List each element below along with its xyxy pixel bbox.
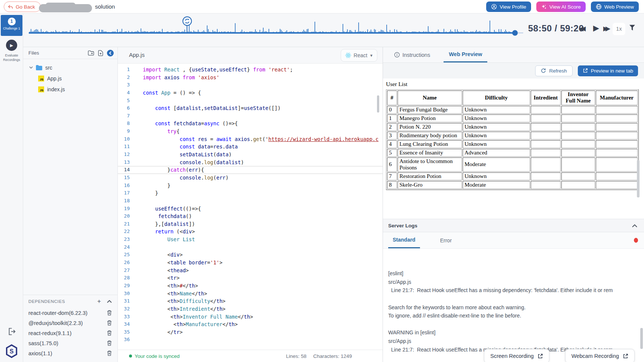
webcam-recording-button[interactable]: Webcam Recording <box>565 349 635 362</box>
code-line[interactable]: 35 </tr> <box>118 328 383 336</box>
line-number: 1 <box>118 66 130 74</box>
log-line <box>388 295 642 303</box>
tree-file-indexjs[interactable]: JS index.js <box>23 84 117 95</box>
collapse-logs-icon[interactable] <box>632 224 637 227</box>
code-line[interactable]: 33 <th>Inventor Full Name</th> <box>118 313 383 321</box>
screen-recording-button[interactable]: Screen Recording <box>484 349 549 362</box>
code-line[interactable]: 7 <box>118 112 383 120</box>
preview-column-header: Difficulty <box>463 90 530 105</box>
tree-folder-src[interactable]: src <box>23 62 117 73</box>
tree-file-appjs[interactable]: JS App.js <box>23 73 117 84</box>
code-area[interactable]: 1import React , {useState,useEffect} fro… <box>118 64 383 350</box>
preview-column-header: Name <box>398 90 462 105</box>
line-number: 13 <box>118 159 130 166</box>
preview-column-header: Inventor Full Name <box>561 90 595 105</box>
delete-dependency-icon[interactable] <box>107 340 112 346</box>
code-line[interactable]: 6 const [datalist,setDataList]=useState(… <box>118 104 383 112</box>
dependency-label: @reduxjs/toolkit(2.2.3) <box>28 320 107 326</box>
log-line: Line 21:7: React Hook useEffect has a mi… <box>388 286 642 295</box>
code-line[interactable]: 22 return (<div> <box>118 228 383 236</box>
collapse-panel-icon[interactable] <box>107 50 114 56</box>
line-number: 8 <box>118 120 130 128</box>
new-folder-icon[interactable] <box>88 50 94 56</box>
tab-standard-logs[interactable]: Standard <box>388 232 420 248</box>
new-file-icon[interactable] <box>98 50 103 56</box>
logout-icon[interactable] <box>7 327 16 336</box>
code-line[interactable]: 2import axios from 'axios' <box>118 74 383 82</box>
rewind-button[interactable]: ◀◀ <box>579 25 582 33</box>
code-line[interactable]: 34 <th>Manufacturer</th> <box>118 320 383 328</box>
view-ai-score-button[interactable]: View AI Score <box>536 1 586 12</box>
code-line[interactable]: 16 } <box>118 182 383 190</box>
code-line[interactable]: 1import React , {useState,useEffect} fro… <box>118 66 383 74</box>
server-logs-header[interactable]: Server Logs <box>383 219 644 232</box>
code-line[interactable]: 24 <box>118 243 383 251</box>
code-line[interactable]: 12 setDataList(data) <box>118 151 383 159</box>
code-line[interactable]: 13 console.log(datalist) <box>118 159 383 166</box>
add-dependency-icon[interactable]: + <box>97 298 101 305</box>
code-line[interactable]: 4const App = () => { <box>118 89 383 97</box>
delete-dependency-icon[interactable] <box>107 320 112 326</box>
delete-dependency-icon[interactable] <box>107 310 112 316</box>
preview-in-new-tab-button[interactable]: Preview in new tab <box>578 65 638 76</box>
code-line[interactable]: 3 <box>118 81 383 89</box>
sync-event-marker-icon[interactable] <box>182 16 192 26</box>
code-line[interactable]: 27 <thead> <box>118 267 383 274</box>
log-line: [eslint] <box>388 269 642 278</box>
evaluate-recordings-button[interactable]: ▶ Evaluate Recordings <box>0 40 23 62</box>
play-button[interactable]: ▶ <box>593 24 599 33</box>
challenge-1-tab[interactable]: 1 Challenge 1 <box>1 15 22 36</box>
code-line[interactable]: 30 <th>Name</th> <box>118 290 383 298</box>
line-number: 18 <box>118 197 130 205</box>
code-line[interactable]: 28 <tr> <box>118 274 383 282</box>
code-line[interactable]: 15 console.log(err) <box>118 174 383 182</box>
preview-table-cell <box>596 140 638 148</box>
collapse-dependencies-icon[interactable] <box>107 300 112 303</box>
web-preview-button[interactable]: Web Preview <box>591 1 639 12</box>
code-line[interactable]: 25 <div> <box>118 251 383 259</box>
platform-logo[interactable]: S <box>4 344 19 358</box>
code-line[interactable]: 21 },[datalist]) <box>118 220 383 228</box>
fast-forward-button[interactable]: ▶▶ <box>603 25 607 33</box>
code-line[interactable]: 26 <table border='1'> <box>118 259 383 267</box>
tab-web-preview[interactable]: Web Preview <box>444 47 487 62</box>
preview-table-cell <box>596 157 638 172</box>
playback-speed-button[interactable]: 1x <box>613 23 625 35</box>
tab-error-logs[interactable]: Error <box>436 232 456 248</box>
code-line[interactable]: 17 } <box>118 189 383 197</box>
go-back-button[interactable]: Go Back <box>4 1 41 12</box>
delete-dependency-icon[interactable] <box>107 350 112 356</box>
line-number: 20 <box>118 212 130 220</box>
code-line[interactable]: 31 <th>Difficulty</th> <box>118 297 383 305</box>
filter-icon[interactable] <box>629 25 635 31</box>
tab-instructions[interactable]: Instructions <box>389 47 435 62</box>
line-number: 4 <box>118 89 130 97</box>
language-dropdown[interactable]: React ▼ <box>341 49 377 62</box>
preview-table-cell: 1 <box>387 114 397 122</box>
code-line[interactable]: 19 useEffect(()=>{ <box>118 205 383 213</box>
refresh-button[interactable]: Refresh <box>535 65 572 76</box>
line-number: 6 <box>118 104 130 112</box>
editor-scrollbar[interactable] <box>377 95 379 113</box>
code-line[interactable]: 14 }catch(err){ <box>118 166 383 174</box>
code-line[interactable]: 8 const fetchdata=async ()=>{ <box>118 120 383 128</box>
code-line[interactable]: 20 fetchdata() <box>118 212 383 220</box>
code-line[interactable]: 18 <box>118 197 383 205</box>
code-line[interactable]: 32 <th>Intredient</th> <box>118 305 383 313</box>
preview-scrollbar[interactable] <box>637 160 640 197</box>
code-line[interactable]: 36 <box>118 336 383 344</box>
preview-table-row: 7Restoration PotionUnknown <box>387 172 638 180</box>
view-profile-button[interactable]: View Profile <box>486 1 531 12</box>
code-line[interactable]: 29 <th>#</th> <box>118 282 383 290</box>
code-line[interactable]: 23 User List <box>118 236 383 243</box>
delete-dependency-icon[interactable] <box>107 330 112 336</box>
audio-waveform[interactable] <box>28 13 525 47</box>
code-line[interactable]: 10 const res = await axios.get('https://… <box>118 135 383 143</box>
dependency-label: react-redux(9.1.1) <box>28 330 107 336</box>
code-line[interactable]: 11 const data=res.data <box>118 143 383 151</box>
logs-scrollbar[interactable] <box>640 328 643 349</box>
code-line[interactable]: 5 <box>118 97 383 105</box>
right-panel: Instructions Web Preview Refresh Preview… <box>383 47 644 362</box>
code-line[interactable]: 9 try{ <box>118 128 383 135</box>
editor-file-tab[interactable]: App.js <box>129 52 145 58</box>
